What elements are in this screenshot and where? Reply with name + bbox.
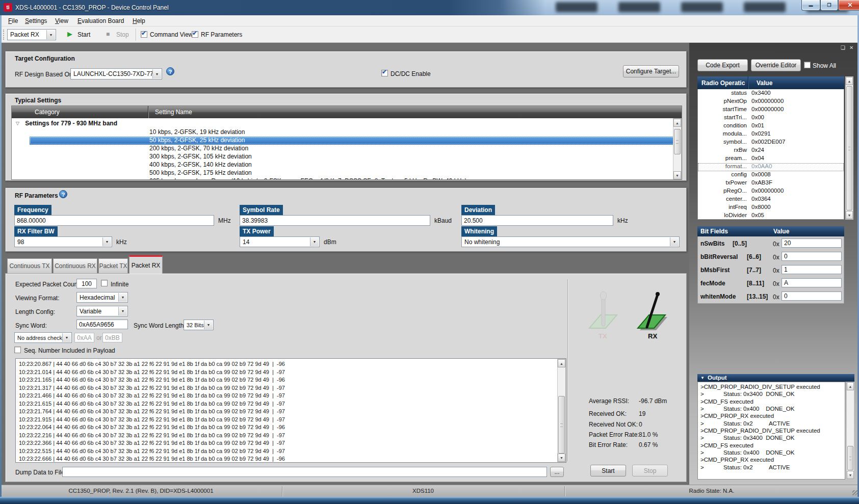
tab-continuous-tx[interactable]: Continuous TX [7, 258, 52, 274]
address-mode-select[interactable]: No address check ▼ [14, 332, 72, 343]
symbol-rate-input[interactable] [240, 215, 430, 226]
scroll-up-icon[interactable]: ▲ [673, 119, 681, 127]
settings-group-row[interactable]: ▽ Settings for 779 - 930 MHz band [16, 120, 673, 128]
rf-parameters-checkbox[interactable]: ✔ [192, 31, 198, 38]
infinite-checkbox[interactable] [101, 280, 108, 286]
register-row[interactable]: config0x0008 [698, 171, 844, 179]
menu-help[interactable]: Help [133, 17, 145, 24]
tab-continuous-rx[interactable]: Continuous RX [53, 258, 97, 274]
register-row[interactable]: condition0x01 [698, 122, 844, 130]
menu-evaluation-board[interactable]: Evaluation Board [77, 17, 124, 24]
maximize-button[interactable]: ❐ [820, 0, 838, 11]
column-setting-name[interactable]: Setting Name [155, 109, 192, 116]
bit-field-input[interactable] [782, 252, 842, 261]
scroll-down-icon[interactable]: ▼ [673, 171, 681, 179]
bit-field-input[interactable] [782, 238, 842, 248]
bit-field-input[interactable] [782, 278, 842, 287]
packet-log[interactable]: 10:23:20.867 | 44 40 66 d0 6b c4 30 b7 3… [15, 358, 566, 463]
title-bar[interactable]: ti XDS-L4000001 - CC1350_PROP - Device C… [0, 0, 859, 15]
column-divider[interactable] [748, 76, 748, 89]
viewing-format-select[interactable]: Hexadecimal ▼ [76, 292, 128, 303]
deviation-input[interactable] [461, 215, 613, 226]
length-config-select[interactable]: Variable ▼ [76, 306, 128, 316]
sync-word-input[interactable] [76, 320, 128, 329]
register-table-header[interactable]: Radio Operatic Value [697, 76, 844, 89]
settings-row[interactable]: 625 bps, Legacy Long Range (10 kchip/s, … [149, 177, 466, 180]
rf-design-select[interactable]: LAUNCHXL-CC1350-7XD-7793 ▼ [70, 68, 162, 79]
command-view-checkbox[interactable]: ✔ [141, 31, 147, 38]
settings-table-header[interactable]: Category Setting Name [12, 106, 682, 118]
scroll-down-icon[interactable]: ▼ [846, 211, 853, 219]
bit-field-input[interactable] [782, 265, 842, 274]
scrollbar[interactable]: ▲ ▼ [673, 118, 682, 180]
register-row[interactable]: symbol...0x002DE007 [698, 139, 844, 147]
close-button[interactable]: ✕ [838, 0, 859, 11]
register-row[interactable]: intFreq0x8000 [698, 204, 844, 212]
register-row[interactable]: startTri...0x00 [698, 114, 844, 122]
dump-data-input[interactable] [62, 467, 547, 477]
settings-row[interactable]: 400 kbps, 2-GFSK, 140 kHz deviation [149, 161, 252, 169]
register-row[interactable]: rxBw0x24 [698, 147, 844, 155]
start-rx-button[interactable]: Start [590, 465, 626, 476]
column-category[interactable]: Category [35, 109, 60, 116]
settings-row[interactable]: 500 kbps, 2-GFSK, 175 kHz deviation [149, 169, 252, 177]
show-all-checkbox[interactable] [804, 62, 811, 68]
dock-float-icon[interactable]: ❏ [841, 45, 845, 50]
column-radio-operation[interactable]: Radio Operatic [701, 79, 745, 87]
address-a-input[interactable] [74, 333, 94, 342]
collapse-icon[interactable]: ▼ [700, 376, 705, 380]
browse-button[interactable]: ... [550, 467, 564, 477]
tab-packet-tx[interactable]: Packet TX [98, 258, 128, 274]
settings-row[interactable]: 10 kbps, 2-GFSK, 19 kHz deviation [149, 128, 245, 137]
tx-power-select[interactable]: 14 ▼ [240, 236, 320, 247]
tree-collapse-icon[interactable]: ▽ [16, 121, 19, 126]
menu-view[interactable]: View [55, 17, 68, 24]
scrollbar[interactable]: ▲ ▼ [845, 76, 853, 220]
resize-grip-icon[interactable] [852, 490, 857, 495]
register-row[interactable]: pream...0x04 [698, 155, 844, 163]
register-row[interactable]: txPower0xAB3F [698, 179, 844, 188]
address-b-input[interactable] [102, 333, 122, 342]
output-console[interactable]: >CMD_PROP_RADIO_DIV_SETUP executed > Sta… [697, 382, 845, 480]
toolbar-drag-handle-icon[interactable] [3, 30, 6, 40]
frequency-input[interactable] [14, 215, 214, 226]
scroll-up-icon[interactable]: ▲ [558, 359, 565, 367]
register-row[interactable]: loDivider0x05 [698, 212, 844, 220]
register-row[interactable]: pRegO...0x00000000 [698, 188, 844, 196]
configure-target-button[interactable]: Configure Target... [623, 65, 679, 77]
register-row[interactable]: modula...0x0291 [698, 130, 844, 139]
help-icon[interactable]: ? [59, 190, 67, 198]
scroll-down-icon[interactable]: ▼ [558, 454, 565, 462]
scrollbar-thumb[interactable] [846, 86, 852, 210]
settings-row[interactable]: 200 kbps, 2-GFSK, 70 kHz deviation [149, 145, 248, 153]
bit-field-input[interactable] [782, 291, 842, 301]
start-button[interactable]: Start [77, 31, 90, 38]
override-editor-button[interactable]: Override Editor [751, 59, 801, 71]
expected-packet-count-input[interactable] [76, 279, 97, 288]
column-value[interactable]: Value [757, 79, 772, 87]
scroll-down-icon[interactable]: ▼ [847, 471, 854, 479]
scrollbar-thumb[interactable] [558, 396, 565, 454]
column-divider[interactable] [148, 106, 148, 118]
minimize-button[interactable]: ▬ [801, 0, 820, 11]
seq-number-checkbox[interactable] [14, 347, 21, 353]
whitening-select[interactable]: No whitening ▼ [461, 236, 680, 247]
register-row[interactable]: pNextOp0x00000000 [698, 98, 844, 106]
scrollbar[interactable]: ▲ ▼ [557, 359, 566, 462]
register-row[interactable]: startTime0x00000000 [698, 106, 844, 114]
menu-settings[interactable]: Settings [25, 17, 47, 24]
dock-close-icon[interactable]: ✕ [849, 45, 853, 50]
scroll-up-icon[interactable]: ▲ [847, 382, 854, 390]
scrollbar-thumb[interactable] [847, 446, 853, 470]
help-icon[interactable]: ? [166, 67, 174, 75]
scroll-up-icon[interactable]: ▲ [846, 77, 853, 85]
stop-rx-button[interactable]: Stop [632, 465, 668, 476]
settings-row-selected[interactable]: 50 kbps, 2-GFSK, 25 kHz deviation [30, 137, 682, 145]
menu-file[interactable]: File [8, 17, 18, 24]
sync-word-length-select[interactable]: 32 Bits ▼ [184, 320, 214, 330]
code-export-button[interactable]: Code Export [697, 59, 748, 71]
scrollbar-thumb[interactable] [674, 129, 681, 154]
stop-button[interactable]: Stop [116, 31, 129, 38]
register-row[interactable]: center...0x0364 [698, 196, 844, 204]
scrollbar[interactable]: ▲ ▼ [846, 382, 854, 480]
